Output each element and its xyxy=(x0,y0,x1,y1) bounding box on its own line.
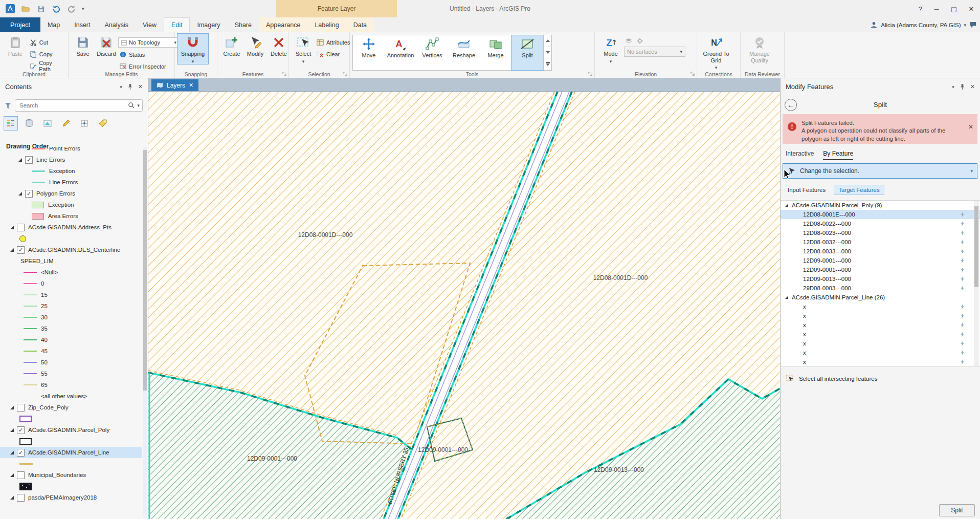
mode-button[interactable]: Z Mode ▾ xyxy=(597,34,624,64)
change-selection-button[interactable]: Change the selection. ▾ xyxy=(783,163,977,179)
feature-item[interactable]: 12D09-0001---000 xyxy=(781,265,980,274)
feature-item[interactable]: x xyxy=(781,357,980,366)
ground-to-grid-button[interactable]: N Ground To Grid ▾ xyxy=(700,34,732,70)
merge-tool[interactable]: Merge xyxy=(480,35,511,70)
symbol-row[interactable]: 45 xyxy=(0,345,142,357)
layer-checkbox[interactable]: ✓ xyxy=(17,449,25,457)
layer-row[interactable]: ✓Polygon Errors xyxy=(0,188,142,199)
view-tab-layers[interactable]: Layers ✕ xyxy=(151,79,198,91)
symbol-row[interactable]: 0 xyxy=(0,278,142,289)
expander-icon[interactable] xyxy=(785,296,788,299)
layer-row-selected[interactable]: ✓ACsde.GISADMIN.Parcel_Line xyxy=(0,447,142,458)
pin-icon[interactable] xyxy=(127,83,133,90)
close-button[interactable]: ✕ xyxy=(963,0,980,17)
close-pane-icon[interactable]: ✕ xyxy=(138,83,143,90)
symbol-row[interactable]: <Null> xyxy=(0,267,142,278)
symbol-row[interactable]: 50 xyxy=(0,357,142,368)
tab-by-feature[interactable]: By Feature xyxy=(823,150,853,160)
feature-item[interactable]: x xyxy=(781,302,980,311)
feature-item-selected[interactable]: 12D08-0001E---000 xyxy=(781,210,980,219)
user-account[interactable]: Alicia (Adams County, PA GIS) ▾ xyxy=(870,17,977,32)
split-button[interactable]: Split xyxy=(939,504,975,516)
symbol-row[interactable]: Line Errors xyxy=(0,177,142,188)
map-canvas[interactable]: 12D08-0001D---000 12D08-0001D---000 12D0… xyxy=(148,92,780,519)
gallery-up-icon[interactable] xyxy=(544,35,551,47)
paste-button[interactable]: Paste xyxy=(3,34,28,57)
modify-button[interactable]: Modify xyxy=(243,34,267,57)
symbol-row[interactable]: 35 xyxy=(0,323,142,334)
tab-analysis[interactable]: Analysis xyxy=(98,17,136,32)
flash-feature-icon[interactable] xyxy=(960,221,966,227)
contents-scrollbar[interactable] xyxy=(143,147,147,517)
minimize-button[interactable]: ─ xyxy=(928,0,945,17)
expander-icon[interactable] xyxy=(18,158,22,162)
layer-row[interactable]: ACsde.GISADMIN.Address_Pts xyxy=(0,222,142,233)
save-icon[interactable] xyxy=(36,4,46,14)
tab-imagery[interactable]: Imagery xyxy=(190,17,227,32)
pane-menu-icon[interactable]: ▾ xyxy=(120,84,122,90)
undo-icon[interactable] xyxy=(51,4,61,14)
expander-icon[interactable] xyxy=(10,496,14,500)
elevation-dialog-launcher[interactable] xyxy=(691,72,695,76)
expander-icon[interactable] xyxy=(10,248,14,252)
pin-icon[interactable] xyxy=(959,83,966,90)
open-icon[interactable] xyxy=(20,4,31,14)
layer-row[interactable]: Municipal_Boundaries xyxy=(0,469,142,481)
search-input[interactable] xyxy=(15,99,143,112)
help-button[interactable]: ? xyxy=(912,0,928,17)
flash-feature-icon[interactable] xyxy=(960,257,966,264)
toc-tab-data-source-icon[interactable] xyxy=(23,117,36,130)
feature-item[interactable]: x xyxy=(781,348,980,357)
expander-icon[interactable] xyxy=(785,204,788,207)
tab-data[interactable]: Data xyxy=(346,17,374,32)
feature-list-scrollbar[interactable] xyxy=(974,201,979,366)
features-dialog-launcher[interactable] xyxy=(282,72,287,76)
error-inspector-button[interactable]: Error Inspector xyxy=(118,61,180,71)
filter-icon[interactable] xyxy=(4,102,12,110)
tab-appearance[interactable]: Appearance xyxy=(259,17,307,32)
toc-tab-drawing-order-icon[interactable] xyxy=(4,117,17,130)
reshape-tool[interactable]: Reshape xyxy=(448,35,480,70)
feature-item[interactable]: 12D09-0001---000 xyxy=(781,256,980,265)
flash-feature-icon[interactable] xyxy=(960,313,966,319)
flash-feature-icon[interactable] xyxy=(960,304,966,310)
move-tool[interactable]: Move xyxy=(353,35,385,70)
layer-checkbox[interactable]: ✓ xyxy=(17,426,25,434)
save-edits-button[interactable]: Save xyxy=(71,34,95,57)
symbol-row[interactable]: 65 xyxy=(0,379,142,391)
feature-item[interactable]: 29D08-0003---000 xyxy=(781,284,980,293)
expander-icon[interactable] xyxy=(10,226,14,229)
symbol-row[interactable]: 55 xyxy=(0,368,142,379)
selection-dialog-launcher[interactable] xyxy=(343,72,348,76)
scrollbar-thumb[interactable] xyxy=(143,150,147,391)
cut-button[interactable]: Cut xyxy=(28,37,65,47)
toc-tab-labeling-icon[interactable] xyxy=(96,117,109,130)
feature-item[interactable]: 12D08-0023---000 xyxy=(781,228,980,237)
tab-share[interactable]: Share xyxy=(228,17,259,32)
symbol-row[interactable]: Area Errors xyxy=(0,210,142,222)
tab-labeling[interactable]: Labeling xyxy=(307,17,346,32)
redo-icon[interactable] xyxy=(66,4,77,14)
layer-checkbox[interactable]: ✓ xyxy=(25,156,33,164)
dismiss-error-icon[interactable]: ✕ xyxy=(968,123,973,144)
flash-feature-icon[interactable] xyxy=(960,239,966,245)
subtab-target-features[interactable]: Target Features xyxy=(834,185,884,195)
close-view-icon[interactable]: ✕ xyxy=(189,82,193,89)
copy-path-button[interactable]: Copy Path xyxy=(28,61,65,71)
vertices-tool[interactable]: Vertices xyxy=(416,35,448,70)
topology-combobox[interactable]: No Topology ▾ xyxy=(118,37,180,48)
flash-feature-icon[interactable] xyxy=(960,331,966,337)
layer-checkbox[interactable]: ✓ xyxy=(25,190,33,198)
symbol-row[interactable]: 15 xyxy=(0,289,142,300)
symbol-row[interactable] xyxy=(0,481,142,492)
search-caret-icon[interactable]: ▾ xyxy=(137,103,140,108)
flash-feature-icon[interactable] xyxy=(960,359,966,365)
gallery-expand-icon[interactable] xyxy=(544,58,551,70)
flash-feature-icon[interactable] xyxy=(960,276,966,282)
expander-icon[interactable] xyxy=(10,428,14,432)
layer-row[interactable]: Zip_Code_Poly xyxy=(0,402,142,413)
flash-feature-icon[interactable] xyxy=(960,340,966,347)
feature-item[interactable]: 12D08-0033---000 xyxy=(781,247,980,256)
surface-stack-icon[interactable] xyxy=(625,37,632,45)
expander-icon[interactable] xyxy=(10,473,14,477)
